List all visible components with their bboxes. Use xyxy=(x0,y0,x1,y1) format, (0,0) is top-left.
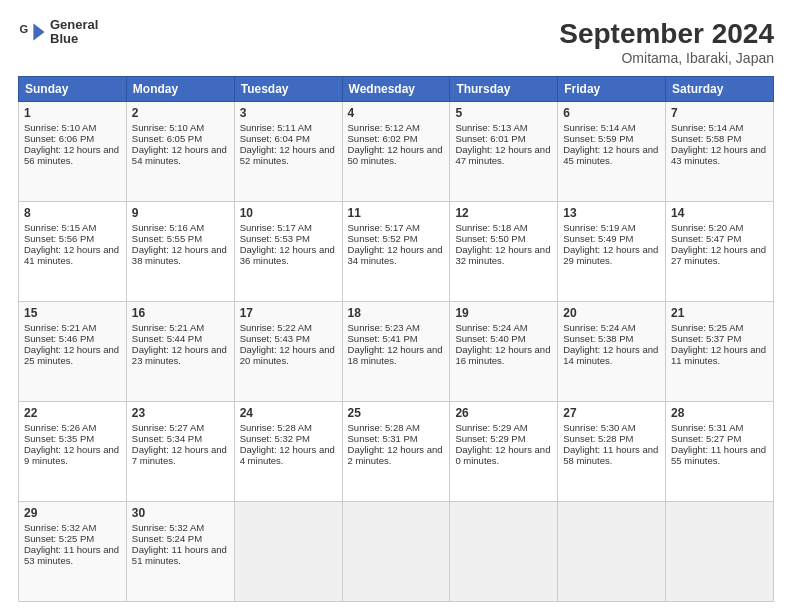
col-wednesday: Wednesday xyxy=(342,77,450,102)
table-row: 10 Sunrise: 5:17 AM Sunset: 5:53 PM Dayl… xyxy=(234,202,342,302)
day-number: 2 xyxy=(132,106,229,120)
table-row: 7 Sunrise: 5:14 AM Sunset: 5:58 PM Dayli… xyxy=(666,102,774,202)
sunrise-label: Sunrise: 5:31 AM xyxy=(671,422,743,433)
sunrise-label: Sunrise: 5:11 AM xyxy=(240,122,312,133)
sunset-label: Sunset: 5:32 PM xyxy=(240,433,310,444)
table-row xyxy=(342,502,450,602)
daylight-label: Daylight: 12 hours and 23 minutes. xyxy=(132,344,227,366)
sunrise-label: Sunrise: 5:28 AM xyxy=(348,422,420,433)
day-number: 16 xyxy=(132,306,229,320)
table-row: 27 Sunrise: 5:30 AM Sunset: 5:28 PM Dayl… xyxy=(558,402,666,502)
table-row: 2 Sunrise: 5:10 AM Sunset: 6:05 PM Dayli… xyxy=(126,102,234,202)
table-row: 29 Sunrise: 5:32 AM Sunset: 5:25 PM Dayl… xyxy=(19,502,127,602)
daylight-label: Daylight: 12 hours and 50 minutes. xyxy=(348,144,443,166)
sunrise-label: Sunrise: 5:12 AM xyxy=(348,122,420,133)
daylight-label: Daylight: 11 hours and 58 minutes. xyxy=(563,444,658,466)
day-number: 8 xyxy=(24,206,121,220)
table-row: 9 Sunrise: 5:16 AM Sunset: 5:55 PM Dayli… xyxy=(126,202,234,302)
table-row: 4 Sunrise: 5:12 AM Sunset: 6:02 PM Dayli… xyxy=(342,102,450,202)
sunset-label: Sunset: 5:58 PM xyxy=(671,133,741,144)
table-row: 18 Sunrise: 5:23 AM Sunset: 5:41 PM Dayl… xyxy=(342,302,450,402)
sunset-label: Sunset: 5:40 PM xyxy=(455,333,525,344)
day-number: 1 xyxy=(24,106,121,120)
daylight-label: Daylight: 12 hours and 11 minutes. xyxy=(671,344,766,366)
daylight-label: Daylight: 12 hours and 47 minutes. xyxy=(455,144,550,166)
daylight-label: Daylight: 11 hours and 55 minutes. xyxy=(671,444,766,466)
daylight-label: Daylight: 12 hours and 56 minutes. xyxy=(24,144,119,166)
daylight-label: Daylight: 12 hours and 32 minutes. xyxy=(455,244,550,266)
day-number: 25 xyxy=(348,406,445,420)
day-number: 5 xyxy=(455,106,552,120)
daylight-label: Daylight: 12 hours and 14 minutes. xyxy=(563,344,658,366)
sunrise-label: Sunrise: 5:16 AM xyxy=(132,222,204,233)
table-row: 21 Sunrise: 5:25 AM Sunset: 5:37 PM Dayl… xyxy=(666,302,774,402)
location-subtitle: Omitama, Ibaraki, Japan xyxy=(559,50,774,66)
sunrise-label: Sunrise: 5:30 AM xyxy=(563,422,635,433)
day-number: 24 xyxy=(240,406,337,420)
sunset-label: Sunset: 5:24 PM xyxy=(132,533,202,544)
sunrise-label: Sunrise: 5:32 AM xyxy=(24,522,96,533)
day-number: 26 xyxy=(455,406,552,420)
sunset-label: Sunset: 6:04 PM xyxy=(240,133,310,144)
svg-marker-1 xyxy=(33,24,44,41)
table-row: 15 Sunrise: 5:21 AM Sunset: 5:46 PM Dayl… xyxy=(19,302,127,402)
day-number: 13 xyxy=(563,206,660,220)
col-saturday: Saturday xyxy=(666,77,774,102)
sunset-label: Sunset: 5:31 PM xyxy=(348,433,418,444)
daylight-label: Daylight: 12 hours and 20 minutes. xyxy=(240,344,335,366)
sunset-label: Sunset: 5:52 PM xyxy=(348,233,418,244)
table-row: 16 Sunrise: 5:21 AM Sunset: 5:44 PM Dayl… xyxy=(126,302,234,402)
logo-line1: General xyxy=(50,18,98,32)
page-header: G General Blue September 2024 Omitama, I… xyxy=(18,18,774,66)
svg-text:G: G xyxy=(19,24,28,36)
table-row: 1 Sunrise: 5:10 AM Sunset: 6:06 PM Dayli… xyxy=(19,102,127,202)
daylight-label: Daylight: 12 hours and 36 minutes. xyxy=(240,244,335,266)
sunrise-label: Sunrise: 5:21 AM xyxy=(24,322,96,333)
calendar-week-row: 22 Sunrise: 5:26 AM Sunset: 5:35 PM Dayl… xyxy=(19,402,774,502)
daylight-label: Daylight: 11 hours and 53 minutes. xyxy=(24,544,119,566)
table-row: 20 Sunrise: 5:24 AM Sunset: 5:38 PM Dayl… xyxy=(558,302,666,402)
sunrise-label: Sunrise: 5:10 AM xyxy=(24,122,96,133)
daylight-label: Daylight: 12 hours and 16 minutes. xyxy=(455,344,550,366)
calendar-week-row: 8 Sunrise: 5:15 AM Sunset: 5:56 PM Dayli… xyxy=(19,202,774,302)
sunset-label: Sunset: 5:25 PM xyxy=(24,533,94,544)
day-number: 22 xyxy=(24,406,121,420)
sunrise-label: Sunrise: 5:15 AM xyxy=(24,222,96,233)
daylight-label: Daylight: 12 hours and 9 minutes. xyxy=(24,444,119,466)
table-row: 25 Sunrise: 5:28 AM Sunset: 5:31 PM Dayl… xyxy=(342,402,450,502)
sunrise-label: Sunrise: 5:14 AM xyxy=(563,122,635,133)
col-sunday: Sunday xyxy=(19,77,127,102)
day-number: 15 xyxy=(24,306,121,320)
sunset-label: Sunset: 5:59 PM xyxy=(563,133,633,144)
sunset-label: Sunset: 5:34 PM xyxy=(132,433,202,444)
table-row: 12 Sunrise: 5:18 AM Sunset: 5:50 PM Dayl… xyxy=(450,202,558,302)
calendar-week-row: 29 Sunrise: 5:32 AM Sunset: 5:25 PM Dayl… xyxy=(19,502,774,602)
day-number: 21 xyxy=(671,306,768,320)
calendar-header: Sunday Monday Tuesday Wednesday Thursday… xyxy=(19,77,774,102)
day-number: 7 xyxy=(671,106,768,120)
sunset-label: Sunset: 6:06 PM xyxy=(24,133,94,144)
daylight-label: Daylight: 12 hours and 52 minutes. xyxy=(240,144,335,166)
day-number: 9 xyxy=(132,206,229,220)
sunrise-label: Sunrise: 5:17 AM xyxy=(348,222,420,233)
day-number: 11 xyxy=(348,206,445,220)
table-row: 22 Sunrise: 5:26 AM Sunset: 5:35 PM Dayl… xyxy=(19,402,127,502)
table-row: 30 Sunrise: 5:32 AM Sunset: 5:24 PM Dayl… xyxy=(126,502,234,602)
sunrise-label: Sunrise: 5:20 AM xyxy=(671,222,743,233)
table-row: 23 Sunrise: 5:27 AM Sunset: 5:34 PM Dayl… xyxy=(126,402,234,502)
table-row: 5 Sunrise: 5:13 AM Sunset: 6:01 PM Dayli… xyxy=(450,102,558,202)
logo-icon: G xyxy=(18,18,46,46)
sunrise-label: Sunrise: 5:28 AM xyxy=(240,422,312,433)
table-row xyxy=(450,502,558,602)
col-friday: Friday xyxy=(558,77,666,102)
header-row: Sunday Monday Tuesday Wednesday Thursday… xyxy=(19,77,774,102)
day-number: 3 xyxy=(240,106,337,120)
table-row: 6 Sunrise: 5:14 AM Sunset: 5:59 PM Dayli… xyxy=(558,102,666,202)
table-row: 8 Sunrise: 5:15 AM Sunset: 5:56 PM Dayli… xyxy=(19,202,127,302)
day-number: 14 xyxy=(671,206,768,220)
calendar-table: Sunday Monday Tuesday Wednesday Thursday… xyxy=(18,76,774,602)
day-number: 23 xyxy=(132,406,229,420)
logo-line2: Blue xyxy=(50,32,98,46)
daylight-label: Daylight: 12 hours and 18 minutes. xyxy=(348,344,443,366)
daylight-label: Daylight: 12 hours and 45 minutes. xyxy=(563,144,658,166)
